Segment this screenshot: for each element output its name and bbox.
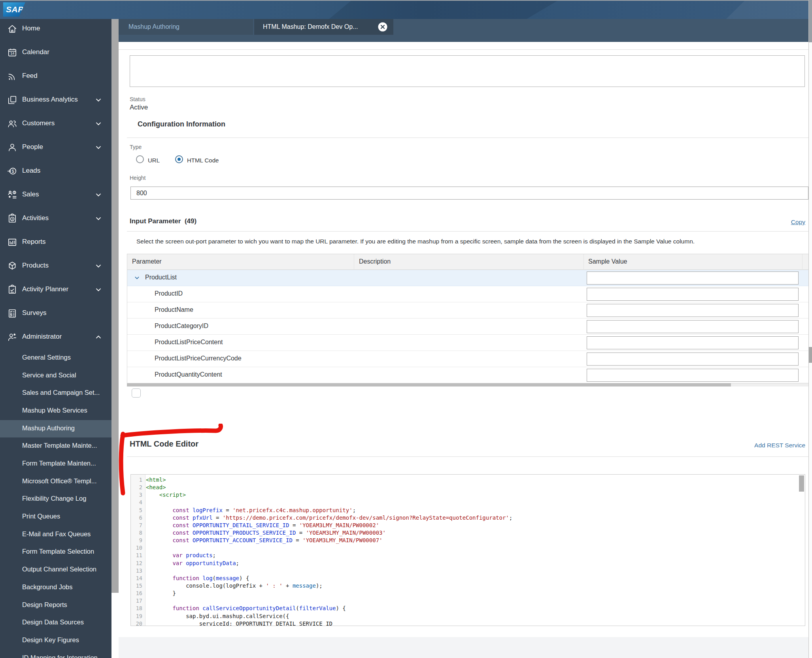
sidebar-item-activity-planner[interactable]: Activity Planner: [0, 281, 111, 298]
sidebar-subitem-e-mail-and-fax-queues[interactable]: E-Mail and Fax Queues: [0, 526, 111, 543]
chevron-down-icon: [94, 96, 103, 104]
activities-icon: [7, 213, 17, 224]
header-decoration: [725, 1, 812, 20]
sidebar-item-leads[interactable]: $Leads: [0, 162, 111, 180]
chevron-down-icon[interactable]: [134, 275, 140, 281]
sample-value-input[interactable]: [587, 288, 799, 301]
svg-text:$: $: [12, 169, 14, 173]
chevron-down-icon: [94, 143, 103, 152]
sidebar-subitem-mashup-authoring[interactable]: Mashup Authoring: [0, 420, 111, 437]
sidebar-item-reports[interactable]: Reports: [0, 234, 111, 251]
sidebar-subitem-design-data-sources[interactable]: Design Data Sources: [0, 614, 111, 632]
sidebar-item-people[interactable]: People: [0, 139, 111, 156]
surveys-icon: [7, 308, 17, 319]
sample-value-input[interactable]: [587, 271, 799, 285]
activity-planner-icon: [7, 285, 17, 295]
add-rest-service-link[interactable]: Add REST Service: [754, 442, 805, 449]
chevron-down-icon: [94, 285, 103, 294]
sidebar-subitem-microsoft-office-templ[interactable]: Microsoft Office® Templ...: [0, 473, 111, 490]
sidebar-subitem-label: Form Template Mainten...: [22, 460, 96, 467]
table-row[interactable]: ProductList: [127, 270, 808, 286]
table-row[interactable]: ProductListPriceCurrencyCode: [127, 351, 808, 367]
sidebar-subitem-label: General Settings: [22, 354, 71, 361]
sidebar-subitem-background-jobs[interactable]: Background Jobs: [0, 579, 111, 596]
svg-text:14: 14: [10, 51, 14, 55]
column-header-description: Description: [359, 258, 391, 265]
products-icon: [7, 261, 17, 271]
sidebar-item-feed[interactable]: Feed: [0, 68, 111, 85]
table-row[interactable]: ProductName: [127, 302, 808, 319]
sample-value-input[interactable]: [587, 369, 799, 382]
sidebar-item-home[interactable]: Home: [0, 20, 111, 38]
sidebar-subitem-label: Mashup Web Services: [22, 407, 87, 414]
sidebar-scrollbar[interactable]: [111, 19, 119, 658]
sample-value-input[interactable]: [587, 304, 799, 317]
height-label: Height: [130, 175, 145, 181]
parameter-name: ProductName: [155, 306, 193, 313]
sidebar-subitem-service-and-social[interactable]: Service and Social: [0, 367, 111, 385]
radio-html-code[interactable]: [175, 155, 183, 165]
sidebar-subitem-print-queues[interactable]: Print Queues: [0, 508, 111, 526]
sample-value-input[interactable]: [587, 353, 799, 366]
tab-bar: Mashup Authoring HTML Mashup: Demofx Dev…: [119, 19, 809, 42]
sidebar-item-sales[interactable]: $Sales: [0, 186, 111, 204]
sidebar-subitem-label: Flexibility Change Log: [22, 495, 86, 502]
table-header: Parameter Description Sample Value: [127, 254, 808, 270]
checkbox[interactable]: [132, 388, 141, 398]
sidebar-item-surveys[interactable]: Surveys: [0, 305, 111, 322]
sidebar-subitem-label: Master Template Mainte...: [22, 442, 97, 449]
page-scrollbar[interactable]: [808, 0, 812, 658]
code-editor-title: HTML Code Editor: [130, 439, 198, 449]
code-editor[interactable]: 1234567891011121314151617181920 <html><h…: [130, 474, 805, 626]
table-horizontal-scrollbar-thumb[interactable]: [127, 383, 731, 387]
sidebar-item-label: Activities: [22, 214, 49, 222]
sample-value-input[interactable]: [587, 320, 799, 333]
table-row[interactable]: ProductCategoryID: [127, 319, 808, 335]
description-textarea[interactable]: [130, 55, 805, 87]
sidebar-item-label: Customers: [22, 119, 55, 127]
sidebar-subitem-general-settings[interactable]: General Settings: [0, 349, 111, 367]
height-input[interactable]: [130, 187, 808, 200]
radio-html-code-label: HTML Code: [187, 157, 219, 164]
copy-link[interactable]: Copy: [791, 219, 805, 226]
page-scrollbar-thumb[interactable]: [809, 347, 812, 363]
sidebar-item-label: Sales: [22, 190, 39, 198]
tab-mashup-authoring[interactable]: Mashup Authoring: [119, 19, 253, 35]
table-row[interactable]: ProductID: [127, 286, 808, 302]
sample-value-input[interactable]: [587, 336, 799, 349]
sidebar-item-label: Home: [22, 25, 40, 32]
sidebar-item-activities[interactable]: Activities: [0, 210, 111, 227]
radio-url[interactable]: [136, 155, 144, 165]
sidebar-subitem-form-template-selection[interactable]: Form Template Selection: [0, 543, 111, 561]
sidebar-subitem-design-reports[interactable]: Design Reports: [0, 597, 111, 614]
sidebar-subitem-sales-and-campaign-set[interactable]: Sales and Campaign Set...: [0, 385, 111, 402]
sidebar-item-administrator[interactable]: Administrator: [0, 328, 111, 346]
tab-html-mashup[interactable]: HTML Mashup: Demofx Dev Op...: [254, 19, 393, 35]
divider: [127, 456, 809, 457]
sidebar-subitem-flexibility-change-log[interactable]: Flexibility Change Log: [0, 490, 111, 508]
sidebar-subitem-form-template-mainten[interactable]: Form Template Mainten...: [0, 455, 111, 473]
chevron-down-icon: [94, 214, 103, 223]
sidebar-subitem-master-template-mainte[interactable]: Master Template Mainte...: [0, 437, 111, 455]
table-row[interactable]: ProductQuantityContent: [127, 367, 808, 383]
sidebar-item-products[interactable]: Products: [0, 257, 111, 275]
sidebar-item-label: Reports: [22, 238, 46, 246]
sidebar-item-customers[interactable]: Customers: [0, 115, 111, 132]
sidebar-subitem-design-key-figures[interactable]: Design Key Figures: [0, 632, 111, 649]
sidebar-item-business-analytics[interactable]: Business Analytics: [0, 91, 111, 109]
sidebar-item-label: Business Analytics: [22, 96, 78, 104]
sidebar-subitem-id-mapping-for-integration[interactable]: ID Mapping for Integration: [0, 650, 111, 658]
editor-scrollbar-thumb[interactable]: [799, 475, 804, 492]
sidebar-scrollbar-thumb[interactable]: [111, 19, 119, 593]
sidebar-item-label: Surveys: [22, 309, 46, 317]
table-horizontal-scrollbar[interactable]: [127, 383, 809, 387]
sidebar-item-calendar[interactable]: 14Calendar: [0, 44, 111, 61]
page-scrollbar-top: [809, 0, 812, 42]
close-icon[interactable]: [378, 22, 388, 32]
sidebar: Home14CalendarFeedBusiness AnalyticsCust…: [0, 19, 111, 658]
table-row[interactable]: ProductListPriceContent: [127, 335, 808, 351]
sidebar-subitem-label: Print Queues: [22, 513, 60, 520]
sidebar-subitem-output-channel-selection[interactable]: Output Channel Selection: [0, 561, 111, 579]
sidebar-subitem-label: Service and Social: [22, 371, 76, 379]
sidebar-subitem-mashup-web-services[interactable]: Mashup Web Services: [0, 402, 111, 420]
